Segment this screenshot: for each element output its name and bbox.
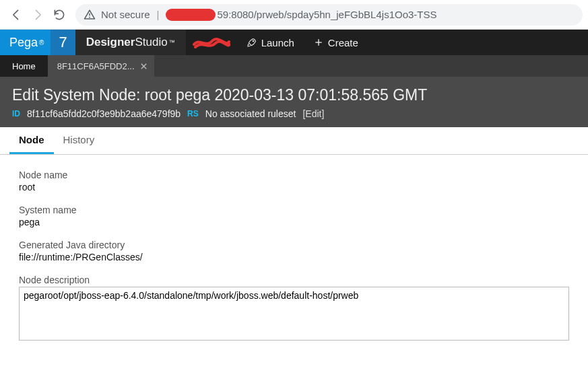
address-bar[interactable]: Not secure | 59:8080/prweb/spday5hn_jeFG… bbox=[75, 4, 583, 26]
studio-text: Studio bbox=[135, 36, 167, 49]
arrow-left-icon bbox=[9, 8, 23, 22]
reload-button[interactable] bbox=[48, 4, 70, 26]
launch-button[interactable]: Launch bbox=[237, 30, 304, 55]
tab-home-label: Home bbox=[12, 61, 36, 71]
svg-point-1 bbox=[89, 16, 90, 17]
tm-mark: ™ bbox=[169, 39, 175, 46]
section-tabs: Node History bbox=[0, 127, 588, 155]
create-button[interactable]: Create bbox=[304, 30, 368, 55]
arrow-right-icon bbox=[31, 8, 44, 22]
content-area: Node name root System name pega Generate… bbox=[0, 155, 588, 369]
node-desc-label: Node description bbox=[19, 275, 569, 285]
brand-text: Pega bbox=[9, 36, 38, 50]
plus-icon bbox=[313, 37, 324, 48]
redacted-scribble bbox=[193, 35, 230, 50]
page-header: Edit System Node: root pega 2020-03-13 0… bbox=[0, 77, 588, 127]
browser-toolbar: Not secure | 59:8080/prweb/spday5hn_jeFG… bbox=[0, 0, 588, 30]
workspace-tabs: Home 8F11CF6A5FDD2... bbox=[0, 55, 588, 77]
gen-dir-label: Generated Java directory bbox=[19, 240, 569, 250]
system-name-value: pega bbox=[19, 217, 569, 227]
field-node-name: Node name root bbox=[19, 170, 569, 192]
tab-section-history[interactable]: History bbox=[54, 127, 104, 154]
close-icon bbox=[140, 63, 148, 70]
field-gen-dir: Generated Java directory file://runtime:… bbox=[19, 240, 569, 262]
tab-node-label: 8F11CF6A5FDD2... bbox=[57, 61, 135, 71]
tab-node[interactable]: 8F11CF6A5FDD2... bbox=[48, 55, 154, 77]
edit-link[interactable]: [Edit] bbox=[302, 108, 324, 119]
rocket-icon bbox=[247, 37, 257, 48]
create-label: Create bbox=[328, 37, 358, 48]
pega-logo[interactable]: Pega® 7 bbox=[0, 30, 75, 55]
system-name-label: System name bbox=[19, 205, 569, 215]
node-name-value: root bbox=[19, 182, 569, 192]
not-secure-icon bbox=[84, 9, 96, 21]
node-desc-textarea[interactable]: pegaroot/opt/jboss-eap-6.4.0/standalone/… bbox=[19, 287, 569, 341]
field-node-desc: Node description pegaroot/opt/jboss-eap-… bbox=[19, 275, 569, 343]
reload-icon bbox=[53, 8, 66, 22]
rs-value: No associated ruleset bbox=[205, 108, 296, 119]
url-text: 59:8080/prweb/spday5hn_jeFGbBL4js1Oo3-TS… bbox=[217, 9, 436, 20]
designer-text: Designer bbox=[86, 36, 135, 49]
gen-dir-value: file://runtime:/PRGenClasses/ bbox=[19, 252, 569, 262]
brand-version: 7 bbox=[51, 30, 75, 55]
node-name-label: Node name bbox=[19, 170, 569, 180]
svg-point-2 bbox=[253, 40, 254, 42]
page-title: Edit System Node: root pega 2020-03-13 0… bbox=[12, 86, 576, 104]
back-button[interactable] bbox=[5, 4, 27, 26]
separator: | bbox=[157, 9, 160, 20]
page-subheader: ID 8f11cf6a5fdd2c0f3e9bb2aa6e479f9b RS N… bbox=[12, 108, 576, 119]
tab-home[interactable]: Home bbox=[0, 55, 48, 77]
not-secure-label: Not secure bbox=[101, 9, 150, 20]
brand-reg: ® bbox=[39, 39, 44, 46]
forward-button[interactable] bbox=[27, 4, 48, 26]
launch-label: Launch bbox=[261, 37, 294, 48]
rs-label: RS bbox=[187, 109, 199, 118]
pega-header: Pega® 7 DesignerStudio™ Launch Create bbox=[0, 30, 588, 55]
tab-close-button[interactable] bbox=[140, 63, 148, 70]
designer-studio-label[interactable]: DesignerStudio™ bbox=[75, 30, 186, 55]
tab-section-node[interactable]: Node bbox=[9, 127, 54, 154]
id-label: ID bbox=[12, 109, 20, 118]
redacted-host bbox=[166, 9, 216, 21]
field-system-name: System name pega bbox=[19, 205, 569, 227]
id-value: 8f11cf6a5fdd2c0f3e9bb2aa6e479f9b bbox=[27, 108, 181, 119]
